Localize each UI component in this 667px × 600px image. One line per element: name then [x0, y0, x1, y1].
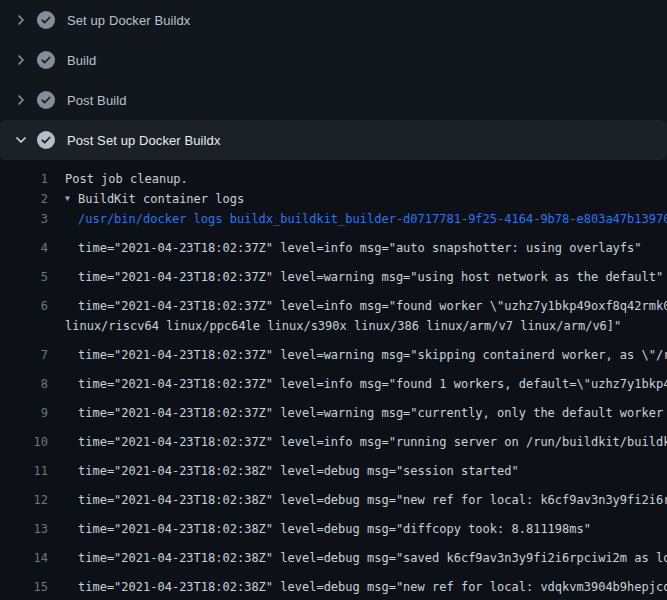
step-row-set-up-docker-buildx[interactable]: Set up Docker Buildx: [0, 0, 667, 40]
log-line: 5time="2021-04-23T18:02:37Z" level=warni…: [0, 258, 667, 287]
log-line-text: Post job cleanup.: [65, 169, 188, 189]
chevron-right-icon: [13, 92, 29, 108]
chevron-right-icon: [13, 12, 29, 28]
log-line: linux/riscv64 linux/ppc64le linux/s390x …: [0, 316, 667, 336]
log-line-number[interactable]: 14: [0, 548, 48, 568]
log-line-number: [0, 316, 48, 336]
chevron-right-icon: [13, 52, 29, 68]
log-line-number[interactable]: 9: [0, 403, 48, 423]
log-line-number[interactable]: 8: [0, 374, 48, 394]
log-line-text: time="2021-04-23T18:02:38Z" level=debug …: [78, 461, 519, 481]
log-line-number[interactable]: 13: [0, 519, 48, 539]
log-line-text: time="2021-04-23T18:02:37Z" level=info m…: [78, 432, 667, 452]
steps-list: Set up Docker Buildx Build Post Build: [0, 0, 667, 160]
step-label: Post Set up Docker Buildx: [67, 133, 221, 148]
log-line: 4time="2021-04-23T18:02:37Z" level=info …: [0, 229, 667, 258]
log-line-number[interactable]: 7: [0, 345, 48, 365]
log-line: 8time="2021-04-23T18:02:37Z" level=info …: [0, 365, 667, 394]
log-line-text: time="2021-04-23T18:02:37Z" level=info m…: [78, 374, 667, 394]
chevron-down-icon: [13, 132, 29, 148]
check-circle-icon: [36, 90, 56, 110]
log-line-text: /usr/bin/docker logs buildx_buildkit_bui…: [78, 209, 667, 229]
group-collapse-triangle-icon[interactable]: ▼: [65, 189, 78, 209]
log-line: 7time="2021-04-23T18:02:37Z" level=warni…: [0, 336, 667, 365]
check-circle-icon: [36, 50, 56, 70]
step-row-post-set-up-docker-buildx[interactable]: Post Set up Docker Buildx: [0, 120, 667, 160]
log-line-number[interactable]: 2: [0, 189, 48, 209]
log-line-text: BuildKit container logs: [78, 189, 244, 209]
log-line: 2▼BuildKit container logs: [0, 189, 667, 209]
log-line: 11time="2021-04-23T18:02:38Z" level=debu…: [0, 452, 667, 481]
log-line-text: time="2021-04-23T18:02:37Z" level=info m…: [78, 296, 667, 316]
log-line-text: time="2021-04-23T18:02:38Z" level=debug …: [78, 548, 667, 568]
step-label: Set up Docker Buildx: [67, 13, 190, 28]
log-line-number[interactable]: 1: [0, 169, 48, 189]
check-circle-icon: [36, 130, 56, 150]
log-line: 15time="2021-04-23T18:02:38Z" level=debu…: [0, 568, 667, 597]
log-line-text: time="2021-04-23T18:02:37Z" level=warnin…: [78, 345, 667, 365]
log-line: 12time="2021-04-23T18:02:38Z" level=debu…: [0, 481, 667, 510]
log-lines: 1Post job cleanup.2▼BuildKit container l…: [0, 160, 667, 600]
step-row-build[interactable]: Build: [0, 40, 667, 80]
log-line-text: time="2021-04-23T18:02:37Z" level=info m…: [78, 238, 642, 258]
check-circle-icon: [36, 10, 56, 30]
log-line-number[interactable]: 10: [0, 432, 48, 452]
log-line: 9time="2021-04-23T18:02:37Z" level=warni…: [0, 394, 667, 423]
log-line-number[interactable]: 12: [0, 490, 48, 510]
log-line-text: time="2021-04-23T18:02:38Z" level=debug …: [78, 490, 667, 510]
log-line-text: time="2021-04-23T18:02:38Z" level=debug …: [78, 577, 667, 597]
step-label: Post Build: [67, 93, 127, 108]
log-line: 1Post job cleanup.: [0, 169, 667, 189]
log-line: 13time="2021-04-23T18:02:38Z" level=debu…: [0, 510, 667, 539]
log-line: 6time="2021-04-23T18:02:37Z" level=info …: [0, 287, 667, 316]
log-line-text: linux/riscv64 linux/ppc64le linux/s390x …: [65, 316, 621, 336]
log-line-text: time="2021-04-23T18:02:38Z" level=debug …: [78, 519, 591, 539]
step-row-post-build[interactable]: Post Build: [0, 80, 667, 120]
log-line-number[interactable]: 4: [0, 238, 48, 258]
log-line-text: time="2021-04-23T18:02:37Z" level=warnin…: [78, 403, 667, 423]
log-line: 3/usr/bin/docker logs buildx_buildkit_bu…: [0, 209, 667, 229]
log-line-number[interactable]: 6: [0, 296, 48, 316]
log-line-number[interactable]: 3: [0, 209, 48, 229]
log-line: 10time="2021-04-23T18:02:37Z" level=info…: [0, 423, 667, 452]
log-line: 14time="2021-04-23T18:02:38Z" level=debu…: [0, 539, 667, 568]
log-line-text: time="2021-04-23T18:02:37Z" level=warnin…: [78, 267, 663, 287]
log-line-number[interactable]: 15: [0, 577, 48, 597]
log-line-number[interactable]: 5: [0, 267, 48, 287]
step-label: Build: [67, 53, 96, 68]
actions-log-viewer: Set up Docker Buildx Build Post Build: [0, 0, 667, 600]
log-line-number[interactable]: 11: [0, 461, 48, 481]
